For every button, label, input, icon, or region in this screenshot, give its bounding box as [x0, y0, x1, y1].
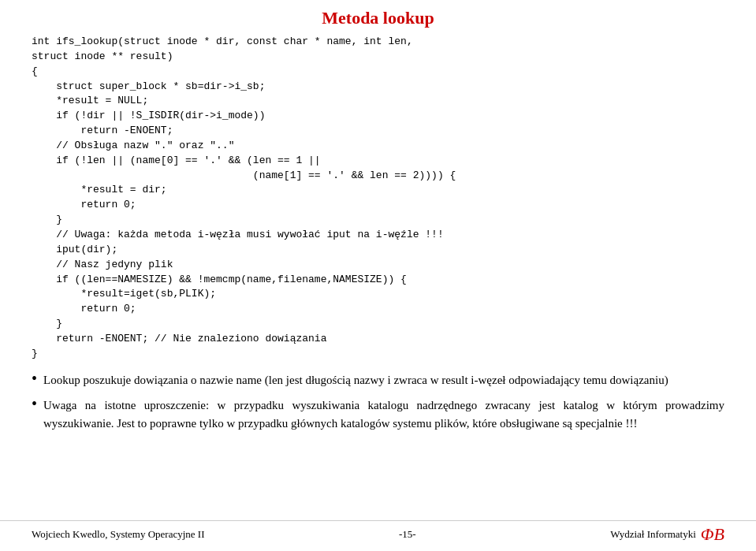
page-title: Metoda lookup — [32, 8, 724, 28]
code-block: int ifs_lookup(struct inode * dir, const… — [32, 35, 724, 362]
footer-center: -15- — [399, 528, 416, 541]
bullet-section: • Lookup poszukuje dowiązania o nazwie n… — [32, 371, 724, 441]
phi-symbol: ΦΒ — [701, 524, 724, 545]
bullet-dot-1: • — [32, 370, 37, 388]
bullet-dot-2: • — [32, 395, 37, 413]
bullet-text-1: Lookup poszukuje dowiązania o nazwie nam… — [43, 371, 724, 389]
footer-left: Wojciech Kwedlo, Systemy Operacyjne II — [32, 528, 205, 541]
footer-right: Wydział Informatyki ΦΒ — [610, 524, 724, 545]
bullet-item-2: • Uwaga na istotne uproszczenie: w przyp… — [32, 396, 724, 432]
bullet-item-1: • Lookup poszukuje dowiązania o nazwie n… — [32, 371, 724, 389]
footer-right-text: Wydział Informatyki — [610, 528, 696, 541]
bullet-text-2: Uwaga na istotne uproszczenie: w przypad… — [43, 396, 724, 432]
footer: Wojciech Kwedlo, Systemy Operacyjne II -… — [0, 520, 756, 545]
page-container: Metoda lookup int ifs_lookup(struct inod… — [0, 0, 756, 551]
